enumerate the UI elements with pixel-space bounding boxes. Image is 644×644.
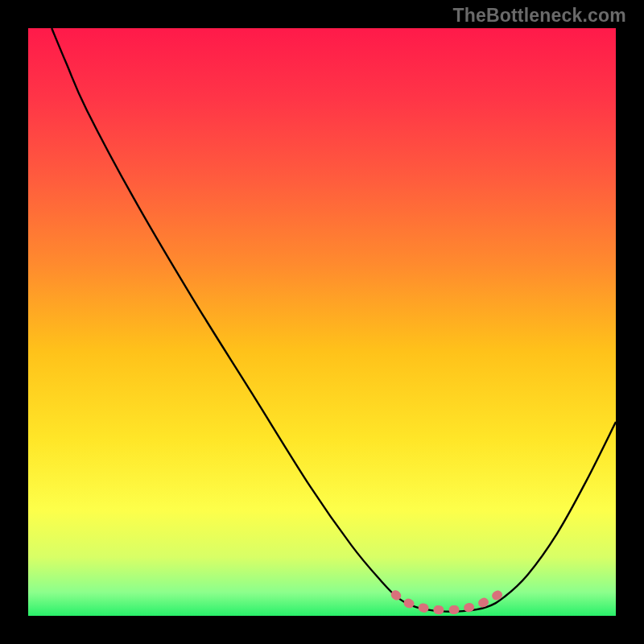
chart-svg [28,28,616,616]
plot-area [28,28,616,616]
chart-container: { "watermark": "TheBottleneck.com", "cha… [0,0,644,644]
gradient-background [28,28,616,616]
watermark-text: TheBottleneck.com [452,5,626,27]
